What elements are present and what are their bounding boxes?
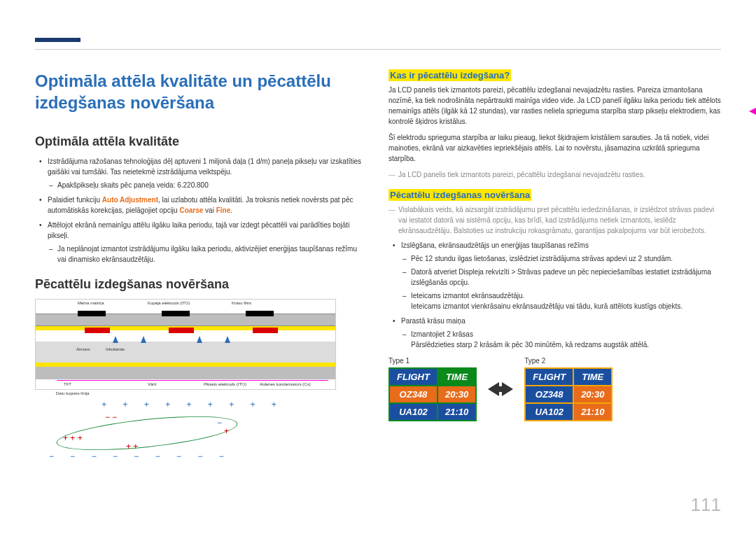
quality-bullets: Izstrādājuma ražošanas tehnoloģijas dēļ …	[35, 156, 368, 265]
voltage-arrow-icon	[225, 336, 230, 343]
diagram-label: Izkušanās	[106, 347, 125, 351]
diagram-label: Pikseļu elektrods (ITO)	[204, 382, 246, 386]
voltage-arrow-icon	[113, 336, 118, 343]
ellipse-charge-diagram: − − + + + + + + − − − − − − − − − −	[35, 412, 301, 461]
subtitle-prevention: Pēcattēlu izdegšanas novēršana	[388, 190, 721, 200]
layer-liquid-crystal	[36, 342, 335, 363]
flight-cell: 20:30	[573, 386, 612, 403]
data-bus-line	[57, 380, 328, 381]
prevent-dash-1: Pēc 12 stundu ilgas lietošanas, izslēdzi…	[411, 253, 721, 264]
voltage-arrow-icon	[141, 336, 146, 343]
quality-bullet-2: Palaidiet funkciju Auto Adjustment, lai …	[48, 195, 368, 216]
diagram-label: TFT	[64, 382, 71, 386]
quality-bullet-3: Attēlojot ekrānā nemainīgu attēlu ilgāku…	[48, 220, 368, 265]
black-matrix-block	[78, 311, 106, 316]
type2-label: Type 2	[524, 357, 612, 365]
plus-icon: + +	[126, 442, 138, 451]
flight-table-1: FLIGHT TIME OZ348 20:30 UA102 21:10	[388, 367, 477, 421]
grey-note-2: Vislabākais veids, kā aizsargāt izstrādā…	[388, 204, 721, 236]
color-filter-block	[85, 328, 110, 333]
what-is-para-2: Šī elektrodu sprieguma starpība ar laiku…	[388, 132, 721, 164]
quality-bullet-1: Izstrādājuma ražošanas tehnoloģijas dēļ …	[48, 156, 368, 190]
main-title: Optimāla attēla kvalitāte un pēcattēlu i…	[35, 70, 368, 113]
flight-header: FLIGHT	[525, 368, 573, 386]
flight-cell: OZ348	[525, 386, 573, 403]
diagram-label: Kopējā elektrods (ITO)	[148, 301, 190, 305]
black-matrix-block	[162, 311, 190, 316]
layer-glass-bottom	[36, 367, 335, 379]
ellipse-outline	[55, 410, 239, 457]
time-header: TIME	[438, 368, 476, 386]
diagram-label: Vārtī	[148, 382, 157, 386]
flight-cell: UA102	[525, 403, 573, 421]
black-matrix-block	[246, 311, 274, 316]
cross-section-graphic: Melna matrica Kopējā elektrods (ITO) Krā…	[35, 299, 336, 390]
time-header: TIME	[573, 368, 612, 386]
flight-block-type2: Type 2 FLIGHT TIME OZ348 20:30 UA102 21:…	[524, 357, 612, 421]
flight-block-type1: Type 1 FLIGHT TIME OZ348 20:30 UA102 21:…	[388, 357, 477, 421]
prevent-bullet-2: Parastā krāsu maiņa Izmantojiet 2 krāsas…	[401, 316, 721, 350]
prevent-bullets: Izslēgšana, ekrānsaudzētājs un enerģijas…	[388, 240, 721, 350]
header-accent-bar	[35, 38, 80, 42]
subtitle-what-is: Kas ir pēcattēlu izdegšana?	[388, 70, 721, 80]
flight-header: FLIGHT	[389, 368, 438, 386]
diagram-label: Aizvars	[76, 347, 90, 351]
plus-charge-row: + + + + + + + + +	[49, 400, 336, 409]
diagram-label: Melna matrica	[78, 301, 104, 305]
page-number: 111	[691, 494, 721, 516]
color-filter-block	[169, 328, 194, 333]
prevent-bullet-1: Izslēgšana, ekrānsaudzētājs un enerģijas…	[401, 240, 721, 311]
flight-cell: OZ348	[389, 386, 438, 403]
header-divider	[35, 49, 721, 50]
lcd-cross-section-diagram: Melna matrica Kopējā elektrods (ITO) Krā…	[35, 299, 336, 461]
what-is-para-1: Ja LCD panelis tiek izmantots pareizi, p…	[388, 85, 721, 127]
diagram-label: Datu kopnes līnija	[56, 391, 90, 395]
prevent-dash-4: Izmantojiet 2 krāsas Pārslēdzieties star…	[411, 329, 721, 350]
minus-charge-row: − − − − − − − − −	[49, 451, 231, 461]
plus-icon: +	[224, 426, 229, 436]
minus-icon: − −	[105, 412, 117, 422]
prevent-dash-2: Datorā atveriet Displeja rekvizīti > Str…	[411, 267, 721, 288]
quality-bullet-3-dash: Ja neplānojat izmantot izstrādājumu ilgā…	[57, 244, 368, 265]
right-column: Kas ir pēcattēlu izdegšana? Ja LCD panel…	[388, 70, 721, 461]
swap-arrows-icon	[489, 382, 512, 396]
flight-cell: 20:30	[438, 386, 476, 403]
flight-table-2: FLIGHT TIME OZ348 20:30 UA102 21:10	[524, 367, 612, 421]
color-filter-block	[253, 328, 278, 333]
diagram-label: Krāsu filtrs	[232, 301, 251, 305]
left-column: Optimāla attēla kvalitāte un pēcattēlu i…	[35, 70, 368, 461]
grey-note-1: Ja LCD panelis tiek izmantots pareizi, p…	[388, 169, 721, 180]
plus-icon: + + +	[63, 433, 83, 443]
flight-example-area: Type 1 FLIGHT TIME OZ348 20:30 UA102 21:…	[388, 357, 721, 421]
voltage-arrow-icon	[197, 336, 202, 343]
prevent-dash-3: Ieteicams izmantot ekrānsaudzētāju. Iete…	[411, 290, 721, 311]
flight-cell: 21:10	[573, 403, 612, 421]
quality-bullet-1-dash: Apakšpikseļu skaits pēc paneļa veida: 6.…	[57, 180, 368, 190]
arrow-right-icon	[502, 382, 513, 396]
diagram-label: Atdenes kondensators (Cs)	[260, 382, 311, 386]
pink-arrow-icon	[749, 108, 756, 115]
two-column-layout: Optimāla attēla kvalitāte un pēcattēlu i…	[35, 70, 721, 461]
flight-cell: 21:10	[438, 403, 476, 421]
section-prevent-title: Pēcattēlu izdegšanas novēršana	[35, 277, 368, 292]
section-quality-title: Optimāla attēla kvalitāte	[35, 134, 368, 149]
type1-label: Type 1	[388, 357, 477, 365]
flight-cell: UA102	[389, 403, 438, 421]
minus-icon: −	[217, 418, 222, 428]
